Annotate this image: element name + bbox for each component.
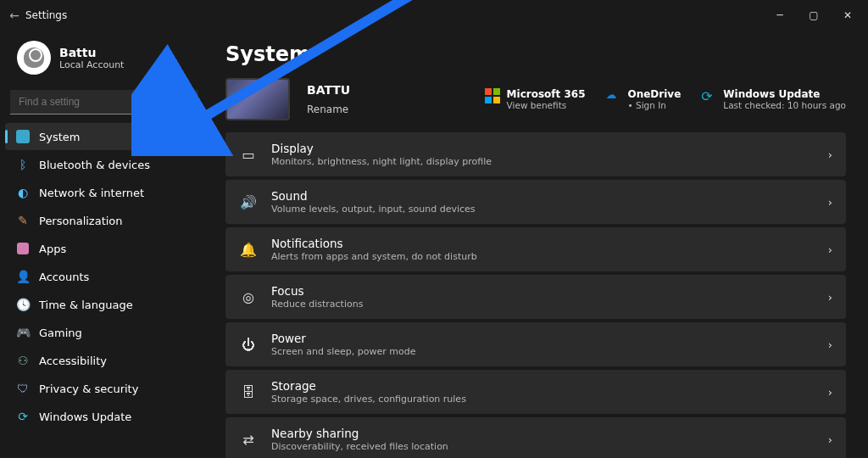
card-sub: Reduce distractions: [271, 299, 363, 310]
update-status-icon: ⟳: [701, 88, 716, 103]
bell-icon: 🔔: [239, 242, 258, 258]
card-title: Nearby sharing: [271, 427, 448, 440]
card-title: Notifications: [271, 237, 477, 250]
sidebar-item-time[interactable]: 🕓 Time & language: [5, 291, 205, 318]
card-nearby[interactable]: ⇄ Nearby sharing Discoverability, receiv…: [225, 417, 846, 458]
bluetooth-icon: ᛒ: [15, 157, 31, 172]
card-title: Focus: [271, 284, 363, 298]
promo-update[interactable]: ⟳ Windows Update Last checked: 10 hours …: [701, 88, 846, 110]
gaming-icon: 🎮: [15, 325, 31, 340]
apps-icon: [15, 241, 31, 256]
promo-sub: • Sign In: [627, 100, 681, 110]
rename-link[interactable]: Rename: [307, 103, 350, 115]
sidebar-item-accounts[interactable]: 👤 Accounts: [5, 263, 205, 290]
card-sound[interactable]: 🔊 Sound Volume levels, output, input, so…: [225, 180, 846, 224]
sidebar: Battu Local Account 🔍 System ᛒ Bluetooth…: [0, 31, 210, 458]
maximize-button[interactable]: ▢: [797, 3, 831, 28]
card-title: Display: [271, 142, 492, 155]
sidebar-item-accessibility[interactable]: ⚇ Accessibility: [5, 347, 205, 374]
card-storage[interactable]: 🗄 Storage Storage space, drives, configu…: [225, 370, 846, 414]
profile-block[interactable]: Battu Local Account: [5, 37, 205, 87]
sidebar-item-label: Apps: [39, 243, 66, 255]
chevron-right-icon: ›: [828, 243, 832, 256]
chevron-right-icon: ›: [828, 291, 832, 304]
sidebar-item-bluetooth[interactable]: ᛒ Bluetooth & devices: [5, 151, 205, 178]
m365-icon: [485, 88, 500, 103]
svg-rect-2: [485, 97, 492, 103]
focus-icon: ◎: [239, 289, 258, 305]
wifi-icon: ◐: [15, 185, 31, 200]
sidebar-item-gaming[interactable]: 🎮 Gaming: [5, 319, 205, 346]
sidebar-item-label: Gaming: [39, 327, 82, 339]
promo-title: OneDrive: [627, 88, 681, 100]
card-sub: Screen and sleep, power mode: [271, 346, 416, 357]
promo-title: Windows Update: [723, 88, 846, 100]
card-title: Power: [271, 332, 416, 345]
sidebar-item-system[interactable]: System: [5, 123, 205, 150]
update-icon: ⟳: [15, 409, 31, 424]
storage-icon: 🗄: [239, 384, 258, 400]
chevron-right-icon: ›: [828, 338, 832, 351]
onedrive-icon: ☁: [605, 88, 620, 103]
promo-sub: View benefits: [507, 100, 586, 110]
sidebar-item-label: Accounts: [39, 271, 89, 283]
device-name: BATTU: [307, 83, 350, 97]
promo-m365[interactable]: Microsoft 365 View benefits: [485, 88, 586, 110]
clock-icon: 🕓: [15, 297, 31, 312]
sidebar-item-label: Privacy & security: [39, 383, 138, 395]
search-icon: 🔍: [176, 95, 190, 108]
share-icon: ⇄: [239, 432, 258, 448]
sidebar-item-label: Network & internet: [39, 187, 144, 199]
card-sub: Alerts from apps and system, do not dist…: [271, 251, 477, 262]
display-icon: ▭: [239, 147, 258, 163]
chevron-right-icon: ›: [828, 433, 832, 446]
card-title: Sound: [271, 189, 476, 203]
device-thumbnail[interactable]: [225, 78, 290, 120]
main-panel: System BATTU Rename Microsoft 365 View b…: [210, 31, 868, 458]
promo-onedrive[interactable]: ☁ OneDrive • Sign In: [605, 88, 681, 110]
promo-sub: Last checked: 10 hours ago: [723, 100, 846, 110]
card-notifications[interactable]: 🔔 Notifications Alerts from apps and sys…: [225, 227, 846, 271]
accounts-icon: 👤: [15, 269, 31, 284]
card-sub: Monitors, brightness, night light, displ…: [271, 156, 492, 167]
promo-title: Microsoft 365: [507, 88, 586, 100]
svg-rect-3: [493, 97, 500, 103]
profile-sub: Local Account: [59, 59, 124, 70]
card-sub: Storage space, drives, configuration rul…: [271, 394, 466, 405]
power-icon: ⏻: [239, 337, 258, 353]
sidebar-item-label: System: [39, 131, 80, 143]
chevron-right-icon: ›: [828, 196, 832, 209]
card-sub: Volume levels, output, input, sound devi…: [271, 204, 476, 215]
card-display[interactable]: ▭ Display Monitors, brightness, night li…: [225, 132, 846, 176]
sidebar-item-personalization[interactable]: ✎ Personalization: [5, 207, 205, 234]
sidebar-item-update[interactable]: ⟳ Windows Update: [5, 403, 205, 430]
system-icon: [15, 129, 31, 144]
sidebar-item-label: Windows Update: [39, 411, 131, 423]
chevron-right-icon: ›: [828, 386, 832, 399]
avatar: [17, 41, 51, 75]
card-sub: Discoverability, received files location: [271, 441, 448, 452]
chevron-right-icon: ›: [828, 148, 832, 161]
sidebar-item-label: Personalization: [39, 215, 123, 227]
svg-rect-1: [493, 88, 500, 95]
card-power[interactable]: ⏻ Power Screen and sleep, power mode ›: [225, 322, 846, 366]
back-button[interactable]: ←: [3, 8, 25, 22]
svg-rect-0: [485, 88, 492, 95]
window-title: Settings: [25, 9, 67, 21]
sidebar-item-network[interactable]: ◐ Network & internet: [5, 179, 205, 206]
search-input[interactable]: [10, 90, 198, 114]
profile-name: Battu: [59, 46, 124, 59]
close-button[interactable]: ✕: [831, 3, 865, 28]
sound-icon: 🔊: [239, 194, 258, 210]
sidebar-item-label: Time & language: [39, 299, 133, 311]
sidebar-item-label: Bluetooth & devices: [39, 159, 150, 171]
minimize-button[interactable]: ─: [763, 3, 797, 28]
accessibility-icon: ⚇: [15, 353, 31, 368]
sidebar-item-privacy[interactable]: 🛡 Privacy & security: [5, 375, 205, 402]
card-title: Storage: [271, 379, 466, 393]
sidebar-item-apps[interactable]: Apps: [5, 235, 205, 262]
brush-icon: ✎: [15, 213, 31, 228]
page-title: System: [225, 42, 853, 66]
card-focus[interactable]: ◎ Focus Reduce distractions ›: [225, 275, 846, 319]
shield-icon: 🛡: [15, 381, 31, 396]
